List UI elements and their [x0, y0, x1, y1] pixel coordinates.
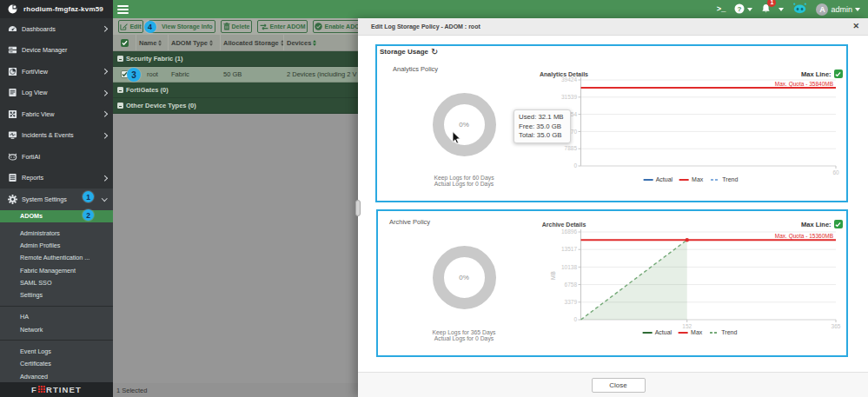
- sidebar-item-fortiai[interactable]: FortiAI: [0, 146, 113, 168]
- collapse-icon[interactable]: [117, 103, 123, 109]
- sidebar-item-device-manager[interactable]: Device Manager: [0, 40, 113, 62]
- sidebar-item-label: Advanced: [20, 373, 48, 380]
- sidebar-item-fabric-management[interactable]: Fabric Management: [0, 264, 113, 276]
- svg-text:10138: 10138: [561, 264, 577, 270]
- sidebar-item-label: Incidents & Events: [22, 131, 103, 139]
- group-row-label: Other Device Types (0): [126, 102, 196, 109]
- user-menu[interactable]: A admin: [816, 3, 860, 16]
- svg-text:Archive Details: Archive Details: [542, 222, 586, 228]
- column-header-allocated-storage[interactable]: Allocated Storage: [221, 35, 284, 50]
- fortinet-logo-rtinet: RTINET: [46, 385, 82, 394]
- sidebar-item-dashboards[interactable]: Dashboards: [0, 18, 113, 40]
- legend-item-max: Max: [679, 329, 702, 335]
- legend-label: Max: [691, 329, 702, 335]
- dialog-titlebar: Edit Log Storage Policy - ADOM : root ✕: [358, 18, 868, 36]
- sidebar-item-fortiview[interactable]: FortiView: [0, 61, 113, 83]
- select-all-checkbox[interactable]: [113, 35, 136, 50]
- button-label: Delete: [232, 23, 250, 30]
- chart-legend: ActualMaxTrend: [644, 176, 739, 182]
- collapse-icon[interactable]: [117, 87, 123, 93]
- sort-icon: [158, 40, 162, 46]
- legend-label: Trend: [722, 176, 738, 182]
- fabric-view-icon: [8, 109, 17, 119]
- step-badge-1: 1: [83, 191, 94, 202]
- sidebar-item-advanced[interactable]: Advanced: [0, 370, 113, 382]
- checkbox-checked-icon: [121, 39, 129, 47]
- sidebar-item-saml-sso[interactable]: SAML SSO: [0, 276, 113, 288]
- caret-down-icon: [779, 8, 784, 11]
- edit-button[interactable]: Edit: [118, 20, 143, 33]
- help-menu[interactable]: ?: [734, 2, 752, 17]
- selected-count-label: 1 Selected: [116, 387, 147, 394]
- sidebar-item-label: Administrators: [20, 229, 60, 237]
- sidebar-item-ha[interactable]: HA: [0, 311, 113, 323]
- sort-icon: [209, 40, 213, 46]
- svg-text:31539: 31539: [561, 94, 577, 100]
- sort-icon: [313, 40, 316, 46]
- svg-text:365: 365: [832, 323, 841, 329]
- svg-text:MB: MB: [550, 271, 556, 280]
- svg-text:0: 0: [573, 162, 577, 169]
- caret-down-icon: [747, 8, 752, 11]
- sidebar-item-settings[interactable]: Settings: [0, 288, 113, 301]
- column-header-name[interactable]: Name: [136, 35, 169, 50]
- sidebar-item-label: Settings: [20, 291, 43, 299]
- delete-button[interactable]: Delete: [221, 20, 252, 33]
- sidebar-item-fabric-view[interactable]: Fabric View: [0, 103, 113, 125]
- dialog-resize-grip[interactable]: [355, 200, 361, 216]
- legend-item-trend: Trend: [709, 329, 737, 335]
- sidebar-item-network[interactable]: Network: [0, 323, 113, 335]
- sidebar-item-administrators[interactable]: Administrators: [0, 227, 113, 239]
- sidebar-item-label: Dashboards: [22, 25, 103, 33]
- notifications-menu[interactable]: 1: [761, 2, 784, 17]
- help-icon: ?: [734, 2, 745, 17]
- fortiai-robot-icon: [792, 2, 807, 17]
- sidebar-item-certificates[interactable]: Certificates: [0, 358, 113, 370]
- sidebar-item-reports[interactable]: Reports: [0, 168, 113, 189]
- app-root: rhodium-fmgfaz-kvm59 >_ ? 1 A admin: [0, 0, 868, 397]
- fortinet-logo-f: F: [31, 385, 37, 394]
- legend-item-actual: Actual: [644, 176, 673, 182]
- sidebar-item-adoms[interactable]: ADOMs: [0, 210, 113, 223]
- sidebar-item-log-view[interactable]: Log View: [0, 83, 113, 104]
- close-button[interactable]: Close: [592, 378, 646, 393]
- column-label: Devices: [287, 39, 311, 47]
- view-storage-info-button[interactable]: View Storage Info: [149, 20, 215, 33]
- svg-text:16896: 16896: [561, 228, 577, 235]
- cell-name: root: [136, 70, 169, 78]
- svg-text:?: ?: [738, 4, 742, 12]
- sidebar-item-incidents-events[interactable]: Incidents & Events: [0, 125, 113, 147]
- step-badge-2: 2: [83, 209, 94, 221]
- tooltip-total: Total: 35.0 GB: [519, 131, 566, 141]
- chevron-right-icon: [102, 175, 107, 181]
- usage-tooltip: Used: 32.1 MBFree: 35.0 GBTotal: 35.0 GB: [514, 109, 571, 143]
- collapse-icon[interactable]: [117, 56, 123, 62]
- legend-item-max: Max: [679, 176, 703, 182]
- menu-icon[interactable]: [117, 5, 129, 14]
- product-logo-icon: [8, 2, 17, 17]
- column-header-adom-type[interactable]: ADOM Type: [169, 35, 221, 50]
- close-icon[interactable]: ✕: [852, 23, 859, 30]
- enter-adom-button[interactable]: Enter ADOM: [257, 20, 308, 33]
- legend-label: Max: [692, 176, 703, 182]
- sidebar-item-system-settings[interactable]: System Settings1: [0, 189, 113, 210]
- sidebar-header: rhodium-fmgfaz-kvm59: [0, 0, 113, 18]
- chart-legend: ActualMaxTrend: [643, 329, 738, 335]
- sidebar-item-label: FortiAI: [22, 153, 106, 161]
- system-settings-icon: [8, 195, 17, 204]
- chevron-right-icon: [102, 133, 107, 138]
- tooltip-free: Free: 35.0 GB: [519, 122, 566, 132]
- sidebar-item-label: Admin Profiles: [20, 242, 60, 249]
- sidebar-item-remote-authentication[interactable]: Remote Authentication ...: [0, 252, 113, 264]
- sidebar-item-admin-profiles[interactable]: Admin Profiles: [0, 239, 113, 251]
- fortiai-assistant-button[interactable]: [792, 2, 807, 17]
- column-label: Name: [139, 39, 156, 47]
- cli-console-icon[interactable]: >_: [717, 5, 726, 14]
- sidebar-item-label: Fabric Management: [20, 267, 76, 275]
- svg-text:Max. Quota - 35840MB: Max. Quota - 35840MB: [775, 81, 833, 88]
- column-label: Allocated Storage: [223, 39, 279, 47]
- sidebar-item-event-logs[interactable]: Event Logs: [0, 345, 113, 357]
- legend-label: Actual: [655, 329, 672, 335]
- chevron-right-icon: [102, 26, 107, 31]
- sidebar: DashboardsDevice ManagerFortiViewLog Vie…: [0, 18, 113, 382]
